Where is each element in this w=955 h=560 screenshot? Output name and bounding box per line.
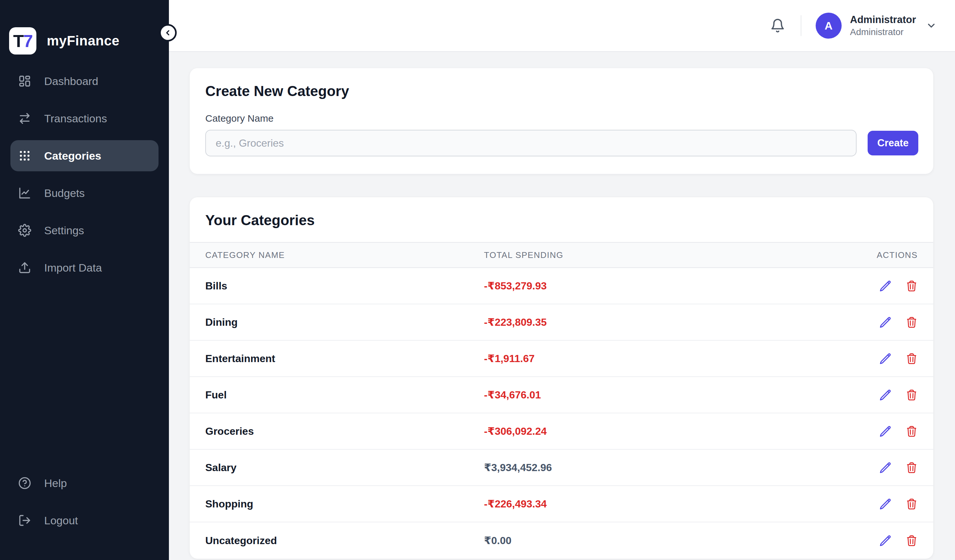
sidebar-item-label: Dashboard: [44, 75, 98, 87]
row-actions: [811, 389, 917, 401]
edit-icon: [879, 535, 891, 547]
content-area: A Administrator Administrator Create New…: [169, 0, 955, 560]
category-name-cell: Groceries: [205, 425, 484, 437]
sidebar-item-label: Import Data: [44, 262, 102, 274]
total-spending-cell: -₹1,911.67: [484, 353, 811, 365]
row-actions: [811, 280, 917, 292]
edit-icon: [879, 462, 891, 474]
sidebar-item-categories[interactable]: Categories: [10, 140, 158, 171]
column-header-total-spending: TOTAL SPENDING: [484, 250, 811, 260]
logo-digit-7: 7: [23, 31, 32, 51]
category-name-input[interactable]: [205, 130, 856, 156]
create-button[interactable]: Create: [867, 131, 918, 155]
trash-icon: [906, 389, 917, 401]
delete-category-button[interactable]: [906, 353, 917, 365]
sidebar-collapse-button[interactable]: [159, 24, 177, 42]
notifications-button[interactable]: [770, 18, 785, 33]
total-spending-cell: ₹0.00: [484, 534, 811, 547]
sidebar-item-help[interactable]: Help: [10, 468, 158, 499]
app-logo-icon: T7: [9, 27, 36, 55]
categories-icon: [18, 149, 31, 162]
app-name: myFinance: [47, 33, 119, 49]
edit-category-button[interactable]: [879, 353, 891, 365]
delete-category-button[interactable]: [906, 280, 917, 292]
delete-category-button[interactable]: [906, 535, 917, 547]
category-name-cell: Bills: [205, 280, 484, 292]
sidebar-item-dashboard[interactable]: Dashboard: [10, 66, 158, 97]
edit-icon: [879, 389, 891, 401]
user-info: Administrator Administrator: [850, 13, 916, 38]
table-row: Uncategorized₹0.00: [190, 523, 933, 559]
sidebar: T7 myFinance DashboardTransactionsCatego…: [0, 0, 169, 560]
chevron-down-icon: [926, 20, 937, 31]
header-divider: [801, 15, 802, 36]
row-actions: [811, 353, 917, 365]
table-row: Bills-₹853,279.93: [190, 268, 933, 304]
user-role: Administrator: [850, 26, 916, 38]
total-spending-cell: -₹306,092.24: [484, 425, 811, 437]
sidebar-item-settings[interactable]: Settings: [10, 215, 158, 246]
edit-category-button[interactable]: [879, 389, 891, 401]
create-card-title: Create New Category: [205, 83, 918, 99]
trash-icon: [906, 353, 917, 365]
category-name-cell: Fuel: [205, 389, 484, 401]
total-spending-cell: -₹223,809.35: [484, 316, 811, 328]
main-content: Create New Category Category Name Create…: [169, 52, 955, 560]
table-row: Fuel-₹34,676.01: [190, 377, 933, 413]
help-icon: [18, 477, 31, 490]
trash-icon: [906, 425, 917, 437]
edit-category-button[interactable]: [879, 535, 891, 547]
category-name-label: Category Name: [205, 113, 918, 124]
delete-category-button[interactable]: [906, 498, 917, 510]
user-menu-chevron[interactable]: [926, 20, 937, 31]
sidebar-item-budgets[interactable]: Budgets: [10, 178, 158, 209]
table-row: Shopping-₹226,493.34: [190, 486, 933, 523]
edit-category-button[interactable]: [879, 462, 891, 474]
category-name-cell: Shopping: [205, 498, 484, 510]
edit-icon: [879, 353, 891, 365]
table-row: Entertainment-₹1,911.67: [190, 341, 933, 377]
sidebar-item-label: Transactions: [44, 112, 107, 125]
table-row: Dining-₹223,809.35: [190, 304, 933, 341]
sidebar-footer-nav: HelpLogout: [0, 468, 169, 536]
sidebar-item-label: Help: [44, 477, 67, 490]
edit-category-button[interactable]: [879, 280, 891, 292]
edit-category-button[interactable]: [879, 425, 891, 437]
trash-icon: [906, 498, 917, 510]
edit-icon: [879, 425, 891, 437]
trash-icon: [906, 316, 917, 328]
logout-icon: [18, 514, 31, 527]
trash-icon: [906, 535, 917, 547]
edit-category-button[interactable]: [879, 498, 891, 510]
user-name: Administrator: [850, 13, 916, 26]
delete-category-button[interactable]: [906, 389, 917, 401]
sidebar-item-label: Categories: [44, 150, 101, 162]
chevron-left-icon: [163, 28, 173, 37]
edit-icon: [879, 280, 891, 292]
create-category-card: Create New Category Category Name Create: [190, 68, 933, 174]
sidebar-item-transactions[interactable]: Transactions: [10, 103, 158, 134]
sidebar-item-import-data[interactable]: Import Data: [10, 252, 158, 283]
delete-category-button[interactable]: [906, 316, 917, 328]
app-logo: T7 myFinance: [9, 27, 169, 55]
avatar[interactable]: A: [816, 12, 842, 39]
total-spending-cell: -₹34,676.01: [484, 389, 811, 401]
delete-category-button[interactable]: [906, 462, 917, 474]
total-spending-cell: -₹853,279.93: [484, 280, 811, 292]
delete-category-button[interactable]: [906, 425, 917, 437]
category-name-cell: Dining: [205, 316, 484, 328]
column-header-actions: ACTIONS: [811, 250, 917, 260]
categories-table-body: Bills-₹853,279.93Dining-₹223,809.35Enter…: [190, 268, 933, 559]
budgets-icon: [18, 187, 31, 200]
sidebar-item-logout[interactable]: Logout: [10, 505, 158, 536]
import-icon: [18, 261, 31, 274]
row-actions: [811, 462, 917, 474]
categories-card-title: Your Categories: [190, 197, 933, 242]
category-name-cell: Salary: [205, 462, 484, 474]
bell-icon: [770, 18, 785, 33]
sidebar-nav: DashboardTransactionsCategoriesBudgetsSe…: [0, 66, 169, 283]
total-spending-cell: -₹226,493.34: [484, 498, 811, 510]
sidebar-item-label: Settings: [44, 224, 84, 237]
edit-icon: [879, 316, 891, 328]
edit-category-button[interactable]: [879, 316, 891, 328]
